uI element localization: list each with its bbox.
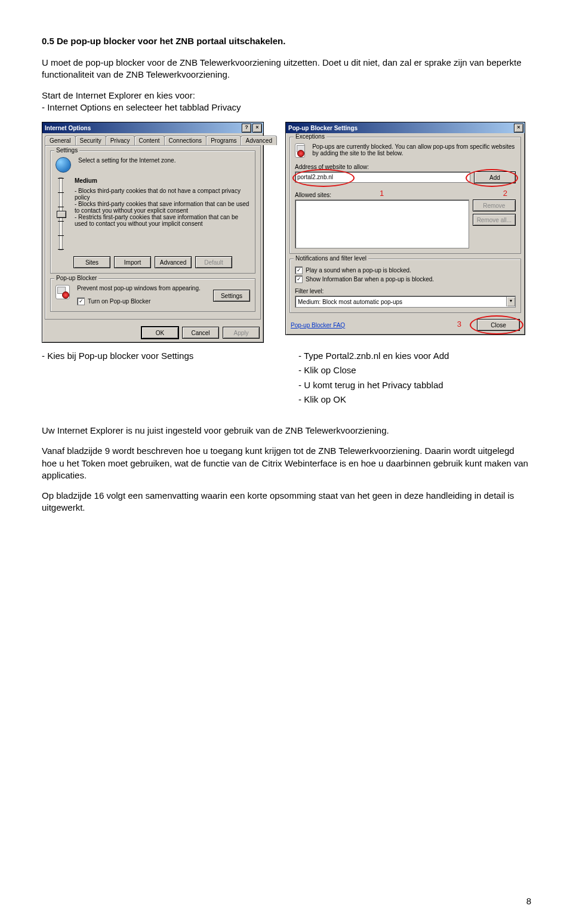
settings-group: Settings Select a setting for the Intern… bbox=[50, 151, 255, 274]
tab-advanced[interactable]: Advanced bbox=[241, 136, 276, 145]
paragraph-outro-3: Op bladzijde 16 volgt een samenvatting w… bbox=[42, 490, 531, 514]
popup-group-label: Pop-up Blocker bbox=[54, 275, 98, 281]
apply-button: Apply bbox=[223, 327, 260, 339]
turn-on-popup-label: Turn on Pop-up Blocker bbox=[88, 298, 150, 305]
tab-connections[interactable]: Connections bbox=[164, 136, 207, 145]
paragraph-outro-1: Uw Internet Explorer is nu juist ingeste… bbox=[42, 425, 531, 437]
advanced-button[interactable]: Advanced bbox=[155, 256, 192, 268]
globe-icon bbox=[56, 157, 71, 173]
popup-settings-button[interactable]: Settings bbox=[213, 290, 250, 302]
exceptions-group: Exceptions Pop-ups are currently blocked… bbox=[289, 137, 521, 254]
close-icon[interactable]: × bbox=[252, 124, 262, 133]
paragraph-intro-2b: - Internet Options en selecteer het tabb… bbox=[42, 102, 241, 112]
sound-label: Play a sound when a pop-up is blocked. bbox=[306, 267, 411, 274]
remove-button: Remove bbox=[473, 199, 516, 211]
popup-blocker-icon bbox=[295, 143, 305, 158]
instruction-right-4: - Klik op OK bbox=[298, 394, 531, 406]
turn-on-popup-checkbox[interactable]: ✓ bbox=[77, 297, 85, 305]
tab-privacy[interactable]: Privacy bbox=[106, 136, 135, 145]
exceptions-group-label: Exceptions bbox=[294, 133, 326, 140]
close-icon[interactable]: × bbox=[514, 124, 523, 133]
address-input[interactable]: portal2.znb.nl bbox=[295, 171, 470, 183]
dialog-title: Internet Options bbox=[45, 125, 91, 131]
import-button[interactable]: Import bbox=[114, 256, 151, 268]
cancel-button[interactable]: Cancel bbox=[182, 327, 219, 339]
paragraph-outro-2: Vanaf bladzijde 9 wordt beschreven hoe u… bbox=[42, 445, 531, 481]
tab-strip: General Security Privacy Content Connect… bbox=[42, 133, 263, 145]
paragraph-intro-2a: Start de Internet Explorer en kies voor: bbox=[42, 90, 195, 100]
close-button[interactable]: Close bbox=[477, 319, 520, 331]
ok-button[interactable]: OK bbox=[141, 327, 178, 339]
tab-programs[interactable]: Programs bbox=[206, 136, 241, 145]
popup-settings-body: Exceptions Pop-ups are currently blocked… bbox=[286, 133, 525, 334]
tab-content[interactable]: Content bbox=[134, 136, 165, 145]
remove-all-button: Remove all... bbox=[473, 214, 516, 226]
dialog-titlebar: Internet Options ? × bbox=[42, 122, 263, 133]
filter-level-dropdown[interactable]: Medium: Block most automatic pop-ups ▾ bbox=[295, 296, 516, 308]
annotation-number-2: 2 bbox=[503, 189, 507, 198]
notifications-group-label: Notifications and filter level bbox=[294, 255, 368, 262]
annotation-number-1: 1 bbox=[380, 189, 384, 198]
add-button[interactable]: Add bbox=[474, 171, 516, 183]
allowed-sites-label: Allowed sites: bbox=[295, 192, 516, 198]
sound-checkbox[interactable]: ✓ bbox=[295, 266, 303, 274]
instruction-right-1: - Type Portal2.znb.nl en kies voor Add bbox=[298, 350, 531, 362]
paragraph-intro-1: U moet de pop-up blocker voor de ZNB Tel… bbox=[42, 57, 531, 81]
infobar-checkbox[interactable]: ✓ bbox=[295, 275, 303, 283]
address-value: portal2.znb.nl bbox=[297, 174, 333, 180]
dialog-titlebar: Pop-up Blocker Settings × bbox=[286, 122, 525, 133]
popup-blocker-group: Pop-up Blocker Prevent most pop-up windo… bbox=[50, 278, 255, 312]
popup-blocker-icon bbox=[56, 285, 70, 299]
sites-button[interactable]: Sites bbox=[73, 256, 110, 268]
privacy-slider[interactable] bbox=[59, 177, 63, 250]
tab-general[interactable]: General bbox=[45, 136, 76, 145]
privacy-desc-1: - Blocks third-party cookies that do not… bbox=[75, 188, 250, 201]
exceptions-caption: Pop-ups are currently blocked. You can a… bbox=[312, 143, 516, 156]
instruction-right-2: - Klik op Close bbox=[298, 364, 531, 376]
dialog-title: Pop-up Blocker Settings bbox=[288, 125, 358, 131]
allowed-sites-list[interactable] bbox=[295, 199, 469, 248]
popup-settings-dialog: Pop-up Blocker Settings × Exceptions Pop… bbox=[285, 122, 525, 335]
instruction-left-1: - Kies bij Pop-up blocker voor Settings bbox=[42, 350, 275, 362]
internet-options-dialog: Internet Options ? × General Security Pr… bbox=[42, 122, 264, 343]
dialog-button-row: OK Cancel Apply bbox=[42, 323, 263, 342]
default-button: Default bbox=[195, 256, 232, 268]
popup-faq-link[interactable]: Pop-up Blocker FAQ bbox=[291, 322, 345, 329]
instruction-right-3: - U komt terug in het Privacy tabblad bbox=[298, 379, 531, 391]
settings-group-label: Settings bbox=[54, 147, 79, 154]
section-heading: 0.5 De pop-up blocker voor het ZNB porta… bbox=[42, 36, 531, 46]
address-label: Address of website to allow: bbox=[295, 164, 516, 170]
tab-security[interactable]: Security bbox=[75, 136, 106, 145]
filter-level-label: Filter level: bbox=[295, 288, 516, 294]
filter-level-value: Medium: Block most automatic pop-ups bbox=[298, 299, 402, 305]
paragraph-intro-2: Start de Internet Explorer en kies voor:… bbox=[42, 90, 531, 114]
help-icon[interactable]: ? bbox=[242, 124, 251, 133]
notifications-group: Notifications and filter level ✓ Play a … bbox=[289, 259, 521, 313]
annotation-number-3: 3 bbox=[457, 320, 461, 329]
settings-caption: Select a setting for the Internet zone. bbox=[78, 157, 175, 164]
chevron-down-icon: ▾ bbox=[506, 297, 515, 306]
privacy-desc-3: - Restricts first-party cookies that sav… bbox=[75, 214, 250, 227]
slider-level: Medium bbox=[75, 177, 250, 184]
tab-panel-privacy: Settings Select a setting for the Intern… bbox=[45, 145, 261, 320]
infobar-label: Show Information Bar when a pop-up is bl… bbox=[306, 276, 434, 283]
page-number: 8 bbox=[526, 896, 531, 906]
privacy-desc-2: - Blocks third-party cookies that save i… bbox=[75, 201, 250, 214]
popup-caption: Prevent most pop-up windows from appeari… bbox=[77, 285, 210, 291]
